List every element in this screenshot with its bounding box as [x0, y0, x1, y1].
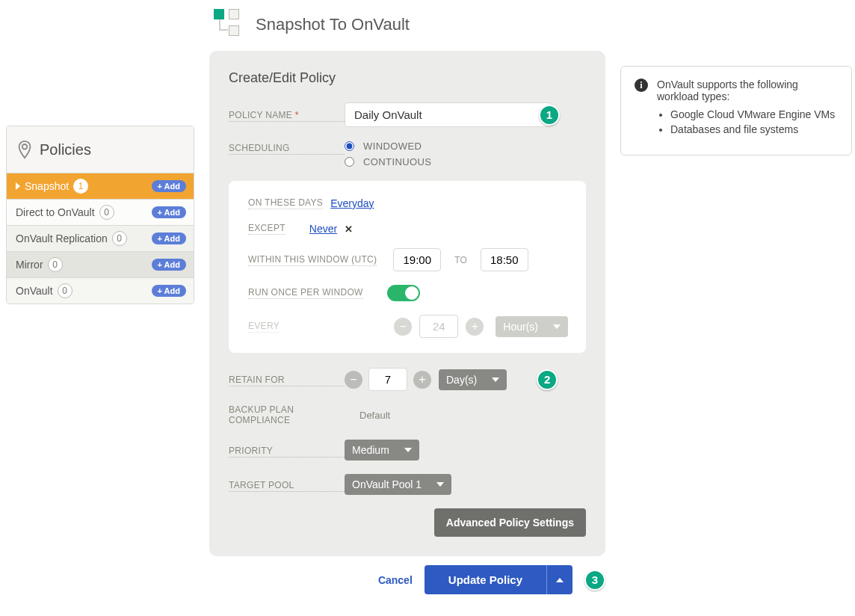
callout-3: 3 — [584, 570, 605, 591]
sidebar-item-snapshot[interactable]: Snapshot 1 + Add — [7, 173, 194, 199]
chevron-down-icon — [436, 482, 444, 487]
retain-unit-dropdown[interactable]: Day(s) — [439, 369, 507, 390]
sidebar-item-label: Direct to OnVault — [16, 206, 95, 218]
workflow-icon — [209, 7, 244, 42]
policies-title: Policies — [40, 141, 91, 158]
window-from-input[interactable] — [393, 248, 441, 271]
target-pool-label: TARGET POOL — [229, 480, 345, 492]
sidebar-item-label: OnVault — [16, 285, 53, 297]
section-title: Create/Edit Policy — [229, 70, 586, 86]
svg-point-0 — [22, 144, 28, 150]
count-badge: 1 — [73, 179, 88, 194]
except-label: EXCEPT — [248, 223, 285, 235]
scheduling-continuous-radio[interactable]: CONTINUOUS — [345, 156, 431, 167]
retain-decrement[interactable]: − — [345, 371, 362, 389]
add-button[interactable]: + Add — [152, 285, 186, 297]
every-value-input[interactable] — [419, 315, 458, 338]
on-these-days-label: ON THESE DAYS — [248, 197, 323, 209]
retain-increment[interactable]: + — [413, 371, 431, 389]
run-once-label: RUN ONCE PER WINDOW — [248, 287, 363, 299]
retain-for-label: RETAIN FOR — [229, 375, 345, 386]
count-badge: 0 — [99, 205, 114, 220]
windowed-radio-input[interactable] — [345, 141, 354, 151]
count-badge: 0 — [48, 257, 63, 272]
compliance-value: Default — [359, 410, 390, 421]
chevron-right-icon — [16, 182, 20, 190]
continuous-radio-input[interactable] — [345, 157, 354, 167]
form-footer: Cancel Update Policy 3 — [209, 565, 605, 594]
count-badge: 0 — [58, 283, 72, 298]
page-title: Snapshot To OnVault — [256, 15, 410, 34]
callout-2: 2 — [537, 369, 558, 390]
priority-label: PRIORITY — [229, 446, 345, 458]
sidebar-item-onvault-replication[interactable]: OnVault Replication 0 + Add — [7, 225, 194, 251]
info-icon: i — [635, 78, 648, 92]
pin-icon — [17, 140, 32, 159]
add-button[interactable]: + Add — [152, 180, 186, 192]
update-policy-button[interactable]: Update Policy — [425, 565, 546, 594]
target-pool-dropdown[interactable]: OnVault Pool 1 — [345, 474, 451, 495]
sidebar-item-onvault[interactable]: OnVault 0 + Add — [7, 277, 194, 304]
chevron-down-icon — [492, 378, 499, 382]
run-once-toggle[interactable] — [387, 285, 420, 301]
schedule-window-card: ON THESE DAYS Everyday EXCEPT Never ✕ WI… — [229, 181, 586, 353]
page-header: Snapshot To OnVault — [209, 7, 605, 42]
sidebar-item-direct-onvault[interactable]: Direct to OnVault 0 + Add — [7, 199, 194, 225]
sidebar-item-label: Snapshot — [25, 180, 69, 192]
policy-name-label: POLICY NAME * — [229, 110, 345, 122]
count-badge: 0 — [112, 231, 127, 246]
sidebar-item-mirror[interactable]: Mirror 0 + Add — [7, 251, 194, 277]
compliance-label: BACKUP PLAN COMPLIANCE — [229, 404, 345, 426]
every-label: EVERY — [248, 321, 280, 333]
every-increment[interactable]: + — [466, 318, 484, 336]
chevron-up-icon — [556, 578, 564, 582]
info-card: i OnVault supports the following workloa… — [620, 66, 852, 155]
chevron-down-icon — [404, 448, 412, 452]
every-decrement[interactable]: − — [394, 318, 412, 336]
close-icon[interactable]: ✕ — [345, 224, 353, 235]
add-button[interactable]: + Add — [152, 206, 186, 218]
window-to-input[interactable] — [481, 248, 528, 271]
sidebar-item-label: OnVault Replication — [16, 232, 108, 244]
policy-form-panel: Create/Edit Policy POLICY NAME * 1 SCHED… — [209, 51, 605, 556]
window-label: WITHIN THIS WINDOW (UTC) — [248, 254, 377, 266]
chevron-down-icon — [553, 324, 561, 329]
cancel-button[interactable]: Cancel — [378, 574, 413, 586]
to-separator: TO — [454, 255, 466, 265]
info-item: Google Cloud VMware Engine VMs — [670, 108, 838, 120]
priority-dropdown[interactable]: Medium — [345, 440, 419, 461]
on-these-days-value[interactable]: Everyday — [330, 197, 374, 209]
callout-1: 1 — [539, 105, 560, 126]
add-button[interactable]: + Add — [152, 259, 186, 271]
info-item: Databases and file systems — [670, 123, 838, 135]
scheduling-windowed-radio[interactable]: WINDOWED — [345, 141, 431, 152]
every-unit-dropdown[interactable]: Hour(s) — [496, 316, 568, 337]
add-button[interactable]: + Add — [152, 232, 186, 244]
policies-title-row: Policies — [7, 126, 194, 173]
advanced-policy-settings-button[interactable]: Advanced Policy Settings — [434, 508, 586, 537]
info-heading: OnVault supports the following workload … — [657, 78, 838, 102]
sidebar-item-label: Mirror — [16, 259, 43, 271]
retain-value-input[interactable] — [368, 368, 407, 391]
except-value[interactable]: Never — [309, 223, 337, 235]
scheduling-label: SCHEDULING — [229, 143, 345, 155]
policies-sidebar: Policies Snapshot 1 + Add Direct to OnVa… — [6, 126, 194, 304]
policy-name-input[interactable] — [345, 102, 552, 127]
update-policy-dropdown-button[interactable] — [546, 565, 572, 594]
